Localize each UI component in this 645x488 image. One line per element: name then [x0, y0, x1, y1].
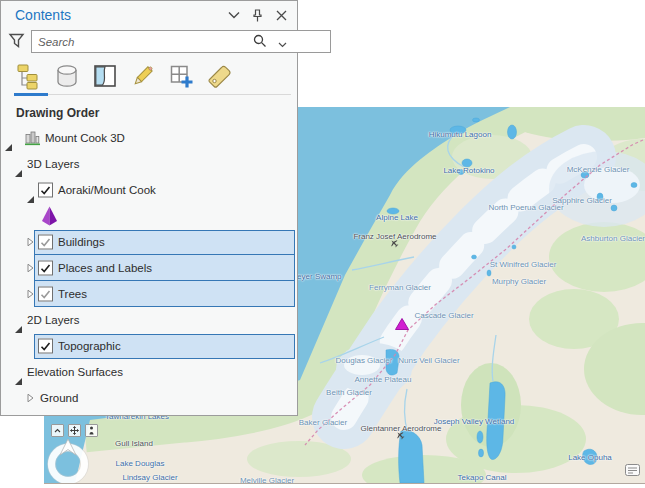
- aoraki-mount-cook-marker: [395, 316, 409, 334]
- layer-visibility-checkbox[interactable]: [38, 339, 53, 354]
- scene-icon: [25, 131, 40, 146]
- layer-label[interactable]: Places and Labels: [58, 262, 152, 274]
- onscreen-navigator[interactable]: [45, 432, 105, 484]
- layer-label[interactable]: Buildings: [58, 236, 105, 248]
- layer-label[interactable]: 3D Layers: [27, 158, 79, 170]
- app-window: Hikumutu LagoonLake RotokinoMcKenzie Gla…: [0, 0, 645, 488]
- tab-strip-divider: [14, 94, 291, 95]
- layer-row-aoraki-mount-cook[interactable]: Aoraki/Mount Cook: [1, 177, 297, 203]
- layer-label[interactable]: Ground: [40, 392, 78, 404]
- pin-pane-icon[interactable]: [251, 9, 264, 22]
- layer-label[interactable]: Trees: [58, 288, 87, 300]
- purple-pyramid-symbol[interactable]: [41, 206, 58, 227]
- layer-row-trees[interactable]: Trees: [1, 281, 297, 307]
- contents-tab-strip: [1, 56, 297, 96]
- layer-label[interactable]: Topographic: [58, 340, 121, 352]
- search-icon[interactable]: [253, 34, 267, 50]
- layer-label[interactable]: Mount Cook 3D: [45, 132, 125, 144]
- layer-row-ground[interactable]: Ground: [1, 385, 297, 411]
- tab-list-by-labeling[interactable]: [204, 62, 234, 90]
- expander-collapsed-icon[interactable]: [27, 237, 34, 247]
- tab-list-by-snapping[interactable]: [166, 62, 196, 90]
- navigator-wheel-icon[interactable]: [45, 436, 91, 484]
- layer-symbol-row[interactable]: [1, 203, 297, 229]
- tab-list-by-selection[interactable]: [90, 62, 120, 90]
- layer-row-buildings[interactable]: Buildings: [1, 229, 297, 255]
- layer-label[interactable]: Elevation Surfaces: [27, 366, 123, 378]
- layer-row-topographic[interactable]: Topographic: [1, 333, 297, 359]
- active-tab-underline: [14, 93, 48, 96]
- layer-row-places-and-labels[interactable]: Places and Labels: [1, 255, 297, 281]
- layer-label[interactable]: 2D Layers: [27, 314, 79, 326]
- pane-header: Contents: [1, 1, 297, 29]
- search-row: [1, 29, 297, 56]
- tab-list-by-data-source[interactable]: [52, 62, 82, 90]
- close-pane-icon[interactable]: [275, 9, 288, 22]
- collapse-pane-chevron-icon[interactable]: [227, 9, 240, 22]
- layer-row-mount-cook-3d[interactable]: Mount Cook 3D: [1, 125, 297, 151]
- expander-collapsed-icon[interactable]: [27, 393, 34, 403]
- pane-title: Contents: [15, 7, 227, 23]
- expander-collapsed-icon[interactable]: [27, 263, 34, 273]
- layer-tree: Mount Cook 3D3D LayersAoraki/Mount CookB…: [1, 125, 297, 411]
- search-history-chevron-icon[interactable]: [278, 38, 287, 50]
- layer-visibility-checkbox[interactable]: [38, 261, 53, 276]
- contents-pane: Contents Drawing Order Mount Cook 3D3D L…: [0, 0, 298, 416]
- layer-visibility-checkbox[interactable]: [38, 183, 53, 198]
- expander-collapsed-icon[interactable]: [27, 289, 34, 299]
- tab-list-by-editing[interactable]: [128, 62, 158, 90]
- layer-visibility-checkbox[interactable]: [38, 235, 53, 250]
- drawing-order-heading: Drawing Order: [1, 101, 297, 125]
- tab-list-by-drawing-order[interactable]: [14, 62, 44, 90]
- layer-visibility-checkbox[interactable]: [38, 287, 53, 302]
- layer-label[interactable]: Aoraki/Mount Cook: [58, 184, 156, 196]
- layer-row-3d-layers[interactable]: 3D Layers: [1, 151, 297, 177]
- map-attribution-icon[interactable]: [625, 462, 640, 480]
- layer-row-elevation-surfaces[interactable]: Elevation Surfaces: [1, 359, 297, 385]
- layer-row-2d-layers[interactable]: 2D Layers: [1, 307, 297, 333]
- filter-funnel-icon[interactable]: [8, 32, 25, 52]
